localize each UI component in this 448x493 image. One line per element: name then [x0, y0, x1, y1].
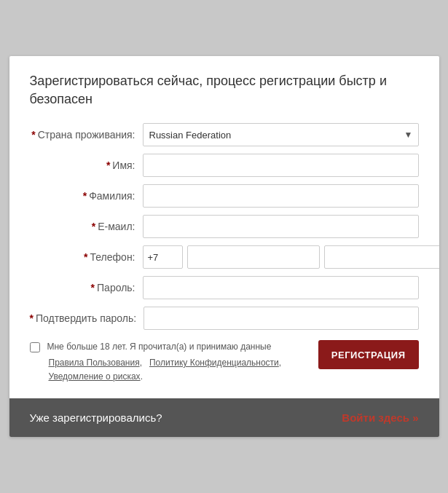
- terms-of-use-link[interactable]: Правила Пользования: [49, 358, 140, 368]
- card-body: Зарегистрироваться сейчас, процесс регис…: [9, 56, 439, 399]
- surname-input[interactable]: [143, 184, 419, 208]
- required-star-surname: *: [83, 190, 87, 202]
- password-row: * Пароль:: [30, 276, 419, 299]
- privacy-policy-link[interactable]: Политику Конфиденциальности: [149, 358, 279, 368]
- phone-label: * Телефон:: [30, 251, 143, 263]
- phone-part1-input[interactable]: [187, 245, 320, 269]
- terms-section: Мне больше 18 лет. Я прочитал(а) и прини…: [30, 340, 419, 387]
- page-title: Зарегистрироваться сейчас, процесс регис…: [30, 72, 419, 109]
- email-label: * Е-маил:: [30, 221, 143, 232]
- confirm-row: * Подтвердить пароль:: [30, 307, 419, 330]
- required-star-email: *: [92, 221, 95, 232]
- required-star-phone: *: [84, 251, 87, 263]
- terms-text: Мне больше 18 лет. Я прочитал(а) и прини…: [47, 340, 272, 353]
- confirm-label: * Подтвердить пароль:: [30, 312, 144, 324]
- country-select[interactable]: Russian Federation United States Germany…: [143, 123, 419, 146]
- required-star-confirm: *: [30, 312, 34, 324]
- required-star-password: *: [91, 282, 95, 293]
- phone-inputs: [143, 245, 439, 269]
- password-input[interactable]: [143, 276, 419, 299]
- password-label: * Пароль:: [30, 282, 143, 293]
- terms-content: Мне больше 18 лет. Я прочитал(а) и прини…: [30, 340, 318, 387]
- login-link[interactable]: Войти здесь »: [342, 411, 418, 424]
- country-select-wrapper: Russian Federation United States Germany…: [143, 123, 419, 146]
- risk-disclosure-link[interactable]: Уведомление о рисках: [49, 371, 141, 382]
- required-star-name: *: [106, 159, 110, 171]
- name-label: * Имя:: [30, 159, 143, 171]
- email-input[interactable]: [143, 215, 419, 238]
- country-label: * Страна проживания:: [30, 129, 143, 141]
- terms-links: Правила Пользования, Политику Конфиденци…: [49, 356, 318, 384]
- phone-prefix-input[interactable]: [143, 245, 183, 269]
- email-row: * Е-маил:: [30, 215, 419, 238]
- terms-checkbox[interactable]: [30, 342, 40, 352]
- surname-row: * Фамилия:: [30, 184, 419, 208]
- country-row: * Страна проживания: Russian Federation …: [30, 123, 419, 146]
- card-footer: Уже зарегистрировались? Войти здесь »: [9, 398, 439, 437]
- name-input[interactable]: [143, 154, 419, 177]
- name-row: * Имя:: [30, 154, 419, 177]
- confirm-input[interactable]: [144, 307, 418, 330]
- surname-label: * Фамилия:: [30, 190, 143, 202]
- phone-row: * Телефон:: [30, 245, 419, 269]
- already-registered-text: Уже зарегистрировались?: [30, 411, 162, 424]
- phone-part2-input[interactable]: [324, 245, 439, 269]
- registration-card: Зарегистрироваться сейчас, процесс регис…: [9, 56, 439, 438]
- register-button[interactable]: РЕГИСТРАЦИЯ: [318, 340, 419, 369]
- required-star-country: *: [31, 129, 35, 141]
